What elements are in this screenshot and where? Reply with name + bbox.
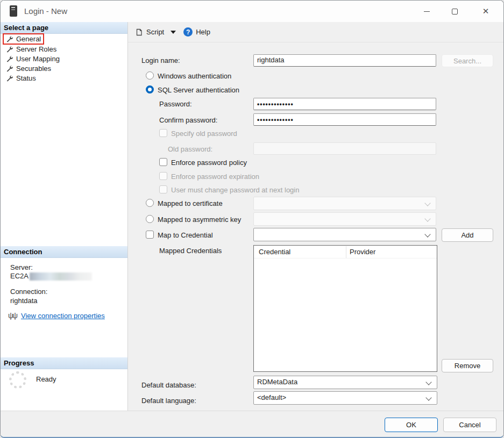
help-label: Help [196,28,210,36]
sql-auth-radio[interactable] [146,85,154,94]
windows-auth-label: Windows authentication [158,72,231,80]
select-a-page-header: Select a page [1,22,127,34]
confirm-password-input[interactable]: ••••••••••••• [253,113,436,126]
must-change-password-checkbox [159,185,167,193]
red-annotation-box [3,33,44,45]
wrench-icon [6,75,13,82]
progress-header: Progress [1,357,127,369]
wrench-icon [6,46,13,53]
maximize-button[interactable] [442,1,467,22]
map-to-credential-checkbox[interactable] [146,231,154,239]
chevron-down-icon [425,394,431,400]
help-icon: ? [183,27,193,37]
server-label: Server: [10,263,33,271]
mapped-to-certificate-label: Mapped to certificate [158,199,223,207]
title-bar: Login - New ✕ [1,1,503,22]
server-value-text: EC2A [10,272,29,280]
footer-bar: OK Cancel [1,411,503,438]
ok-button[interactable]: OK [385,418,438,432]
column-separator [346,246,346,258]
password-label: Password: [159,100,192,108]
default-language-label: Default language: [141,397,196,405]
view-connection-properties-link[interactable]: View connection properties [21,312,105,320]
certificate-combobox [253,197,436,210]
close-button[interactable]: ✕ [473,1,498,22]
enforce-password-policy-checkbox[interactable] [159,158,167,166]
sidebar: Select a page General Server Roles User … [1,22,128,411]
credential-combobox[interactable] [253,228,436,241]
specify-old-password-label: Specify old password [171,130,237,138]
maximize-icon [452,9,458,15]
old-password-input [253,142,436,155]
default-database-combobox[interactable]: RDMetaData [253,376,437,389]
script-label: Script [146,28,164,36]
must-change-password-label: User must change password at next login [171,186,299,194]
wrench-icon [6,55,13,62]
windows-auth-radio[interactable] [146,71,154,80]
script-icon [134,28,143,37]
asymmetric-key-combobox [253,212,436,226]
column-header-provider[interactable]: Provider [350,248,375,256]
script-button[interactable]: Script [133,26,165,39]
server-value: EC2A [10,272,92,281]
chevron-down-icon [424,231,430,237]
progress-spinner-icon [9,371,26,389]
login-name-label: Login name: [141,56,180,64]
sql-auth-label: SQL Server authentication [158,86,239,94]
minimize-button[interactable] [414,1,439,22]
default-language-value: <default> [257,393,286,401]
main-panel: Script ? Help Login name: rightdata Sear… [128,22,504,411]
enforce-password-expiration-checkbox [159,172,167,180]
mapped-to-asymmetric-key-radio[interactable] [146,215,154,223]
default-database-value: RDMetaData [257,378,297,386]
column-header-credential[interactable]: Credential [259,248,290,256]
minimize-icon [424,11,430,12]
connection-value: rightdata [10,297,38,305]
redacted-server-name [30,272,92,281]
default-database-label: Default database: [141,381,196,389]
default-language-combobox[interactable]: <default> [253,391,437,405]
connection-header: Connection [1,246,127,258]
sidebar-item-securables[interactable]: Securables [1,63,127,73]
connection-label: Connection: [10,288,47,296]
server-app-icon [10,5,17,17]
old-password-label: Old password: [168,145,212,153]
remove-button[interactable]: Remove [442,359,493,372]
mapped-to-asymmetric-key-label: Mapped to asymmetric key [158,216,241,224]
enforce-password-policy-label: Enforce password policy [171,159,247,167]
sidebar-item-label: User Mapping [16,55,60,63]
sidebar-item-user-mapping[interactable]: User Mapping [1,54,127,63]
sidebar-item-status[interactable]: Status [1,73,127,83]
login-name-input[interactable]: rightdata [253,54,436,67]
login-new-dialog: Login - New ✕ Select a page General Serv… [0,0,504,438]
sidebar-item-label: Securables [16,64,51,73]
specify-old-password-checkbox [159,129,167,137]
help-button[interactable]: ? Help [182,25,211,39]
toolbar: Script ? Help [128,22,504,42]
chevron-down-icon [425,379,431,385]
add-button[interactable]: Add [442,228,493,242]
map-to-credential-label: Map to Credential [158,231,213,239]
table-header-row: Credential Provider [254,246,437,259]
chevron-down-icon [424,200,430,206]
close-icon: ✕ [482,6,489,16]
window-title: Login - New [24,6,67,16]
sidebar-item-label: Status [16,74,36,82]
progress-status: Ready [36,375,56,383]
search-button: Search... [442,54,493,67]
confirm-password-label: Confirm password: [159,116,217,124]
cancel-button[interactable]: Cancel [443,418,496,432]
connection-properties-icon: ψψ [8,311,17,320]
enforce-password-expiration-label: Enforce password expiration [171,173,259,181]
sidebar-item-label: Server Roles [16,45,56,53]
mapped-credentials-label: Mapped Credentials [159,247,222,255]
mapped-credentials-table[interactable]: Credential Provider [253,245,437,372]
mapped-to-certificate-radio[interactable] [146,199,154,207]
chevron-down-icon [424,216,430,221]
password-input[interactable]: ••••••••••••• [253,98,436,110]
sidebar-item-server-roles[interactable]: Server Roles [1,44,127,54]
wrench-icon [6,65,13,72]
script-dropdown-arrow-icon[interactable] [171,31,176,34]
